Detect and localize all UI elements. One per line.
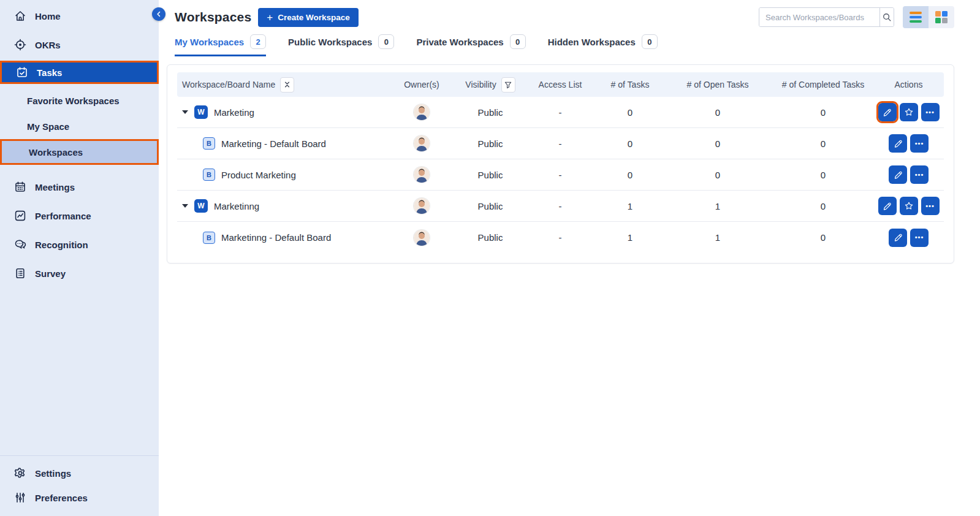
sidebar-item-label: Favorite Workspaces	[27, 96, 120, 106]
tab-count-badge: 0	[378, 34, 394, 49]
open-tasks-count-cell: 0	[663, 107, 773, 118]
ellipsis-icon: •••	[925, 203, 935, 210]
star-icon	[904, 107, 914, 117]
main-content: Workspaces + Create Workspace	[159, 0, 980, 516]
table-row[interactable]: B Marketinng - Default Board Public - 1 …	[177, 222, 944, 253]
sidebar-item-recognition[interactable]: Recognition	[0, 232, 159, 257]
sidebar-item-tasks[interactable]: Tasks	[0, 61, 159, 84]
recognition-chat-icon	[13, 238, 26, 251]
sidebar-collapse-button[interactable]	[152, 7, 165, 21]
tab-count-badge: 0	[510, 34, 526, 49]
tasks-count-cell: 0	[598, 107, 663, 118]
tab-label: Private Workspaces	[416, 37, 503, 47]
name-cell: B Product Marketing	[177, 169, 386, 181]
row-name[interactable]: Product Marketing	[221, 170, 296, 180]
page-title: Workspaces	[175, 10, 251, 25]
access-list-cell: -	[523, 170, 598, 180]
sidebar-item-home[interactable]: Home	[0, 4, 159, 28]
edit-button[interactable]	[878, 197, 897, 215]
sidebar-item-okrs[interactable]: OKRs	[0, 32, 159, 57]
owner-cell	[386, 104, 458, 120]
expand-caret-icon[interactable]	[182, 110, 188, 114]
completed-tasks-count-cell: 0	[773, 201, 873, 211]
more-actions-button[interactable]: •••	[921, 103, 940, 121]
avatar-photo	[414, 230, 430, 246]
search-button[interactable]	[879, 8, 894, 26]
grid-view-button[interactable]	[929, 6, 954, 28]
table-row[interactable]: B Marketing - Default Board Public - 0 0…	[177, 128, 944, 159]
edit-button[interactable]	[878, 103, 897, 121]
row-name[interactable]: Marketing - Default Board	[221, 138, 326, 149]
access-list-cell: -	[523, 138, 598, 149]
row-name[interactable]: Marketinng	[214, 201, 259, 211]
sidebar-item-workspaces[interactable]: Workspaces	[0, 139, 159, 165]
chevron-left-icon	[155, 10, 162, 18]
tab-private-workspaces[interactable]: Private Workspaces0	[416, 34, 525, 56]
pencil-icon	[883, 202, 892, 211]
actions-cell: •••	[873, 197, 944, 215]
sidebar-item-label: Survey	[35, 268, 66, 279]
sidebar-item-my-space[interactable]: My Space	[0, 115, 159, 138]
sidebar-item-favorite-workspaces[interactable]: Favorite Workspaces	[0, 89, 159, 112]
tasks-count-cell: 1	[598, 232, 663, 243]
row-name[interactable]: Marketinng - Default Board	[221, 232, 331, 243]
sidebar-item-meetings[interactable]: Meetings	[0, 175, 159, 199]
owner-avatar	[414, 230, 430, 246]
edit-button[interactable]	[889, 134, 907, 153]
table-row[interactable]: W Marketing Public - 0 0 0	[177, 97, 944, 128]
more-actions-button[interactable]: •••	[910, 134, 929, 153]
survey-doc-icon	[13, 267, 26, 280]
board-badge: B	[203, 137, 215, 150]
tab-hidden-workspaces[interactable]: Hidden Workspaces0	[548, 34, 658, 56]
col-workspace-board-name: Workspace/Board Name	[177, 77, 386, 93]
sidebar-item-settings[interactable]: Settings	[0, 461, 159, 485]
sidebar-item-label: Workspaces	[29, 147, 83, 157]
filter-funnel-icon	[504, 80, 512, 89]
table-row[interactable]: B Product Marketing Public - 0 0 0	[177, 159, 944, 191]
open-tasks-count-cell: 0	[663, 138, 773, 149]
create-workspace-button[interactable]: + Create Workspace	[258, 8, 359, 27]
table-row[interactable]: W Marketinng Public - 1 1 0	[177, 191, 944, 222]
list-view-button[interactable]	[903, 6, 929, 28]
more-actions-button[interactable]: •••	[921, 197, 940, 215]
edit-button[interactable]	[889, 229, 907, 247]
sidebar-item-label: Performance	[35, 211, 91, 221]
topbar-right	[759, 6, 954, 28]
sidebar-item-performance[interactable]: Performance	[0, 203, 159, 228]
favorite-button[interactable]	[900, 103, 918, 121]
create-workspace-label: Create Workspace	[278, 13, 350, 22]
sidebar-item-survey[interactable]: Survey	[0, 261, 159, 286]
sliders-icon	[13, 491, 26, 504]
workspace-badge: W	[194, 105, 208, 119]
sidebar-item-preferences[interactable]: Preferences	[0, 485, 159, 510]
completed-tasks-count-cell: 0	[773, 138, 873, 149]
col-num-completed-tasks: # of Completed Tasks	[773, 80, 873, 89]
workspace-tabs: My Workspaces2Public Workspaces0Private …	[167, 34, 954, 56]
favorite-button[interactable]	[900, 197, 918, 215]
workspaces-table-card: Workspace/Board Name Owner(s) Visibility	[167, 64, 954, 264]
tab-my-workspaces[interactable]: My Workspaces2	[175, 34, 266, 56]
more-actions-button[interactable]: •••	[910, 229, 929, 247]
search-input[interactable]	[759, 8, 879, 26]
visibility-filter-button[interactable]	[501, 77, 515, 93]
visibility-cell: Public	[458, 170, 523, 180]
collapse-all-button[interactable]	[280, 77, 294, 93]
tab-label: My Workspaces	[175, 37, 244, 47]
more-actions-button[interactable]: •••	[910, 165, 929, 184]
name-cell: W Marketinng	[177, 199, 386, 213]
open-tasks-count-cell: 1	[663, 201, 773, 211]
board-badge: B	[203, 169, 215, 181]
sidebar-item-label: Home	[35, 11, 61, 21]
task-calendar-icon	[15, 66, 28, 79]
completed-tasks-count-cell: 0	[773, 232, 873, 243]
expand-caret-icon[interactable]	[182, 204, 188, 208]
col-actions: Actions	[873, 80, 944, 89]
actions-cell: •••	[873, 165, 944, 184]
visibility-cell: Public	[458, 201, 523, 211]
collapse-vertical-icon	[283, 80, 292, 89]
row-name[interactable]: Marketing	[214, 107, 254, 118]
edit-button[interactable]	[889, 165, 907, 184]
col-num-open-tasks: # of Open Tasks	[663, 80, 773, 89]
table-body: W Marketing Public - 0 0 0	[177, 97, 944, 253]
tab-public-workspaces[interactable]: Public Workspaces0	[288, 34, 394, 56]
